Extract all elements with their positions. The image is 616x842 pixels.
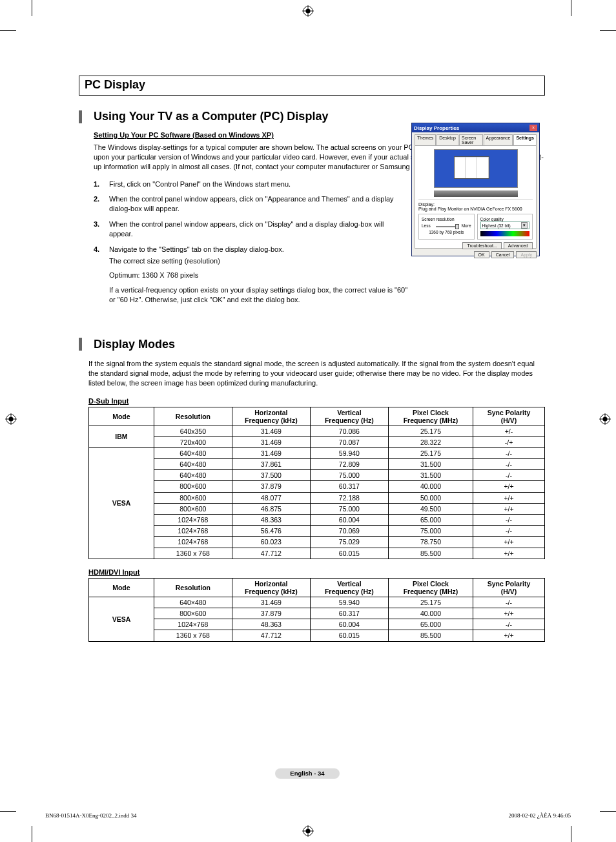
step-number: 4. [94, 245, 109, 307]
data-cell: 37.500 [232, 470, 310, 481]
data-cell: 800×600 [154, 481, 232, 492]
data-cell: 56.476 [232, 526, 310, 537]
data-cell: +/+ [473, 537, 545, 548]
data-cell: 800×600 [154, 608, 232, 619]
data-cell: 25.175 [388, 597, 473, 608]
data-cell: 65.000 [388, 515, 473, 526]
hdmi-table: ModeResolutionHorizontalFrequency (kHz)V… [88, 578, 545, 642]
tab-desktop[interactable]: Desktop [436, 134, 458, 145]
cancel-button[interactable]: Cancel [491, 251, 515, 258]
data-cell: 1024×768 [154, 515, 232, 526]
table-row: 1024×76856.47670.06975.000-/- [89, 526, 545, 537]
mode-cell: VESA [89, 597, 154, 641]
data-cell: 37.861 [232, 459, 310, 470]
col-header: VerticalFrequency (Hz) [310, 407, 388, 426]
table-row: 800×60046.87575.00049.500+/+ [89, 503, 545, 514]
step-text: The correct size setting (resolution) [109, 256, 408, 266]
quality-select[interactable]: Highest (32 bit) ▾ [480, 221, 530, 229]
footer-filename: BN68-01514A-X0Eng-0202_2.indd 34 [45, 812, 137, 819]
step-number: 2. [94, 194, 109, 216]
data-cell: 47.712 [232, 630, 310, 641]
page-number-badge: English - 34 [275, 768, 340, 779]
data-cell: 70.069 [310, 526, 388, 537]
data-cell: -/- [473, 597, 545, 608]
step-text: First, click on "Control Panel" on the W… [109, 180, 408, 189]
quality-label: Color quality [480, 217, 530, 221]
data-cell: 75.000 [310, 470, 388, 481]
chevron-down-icon[interactable]: ▾ [521, 222, 528, 229]
table-row: IBM640x35031.46970.08625.175+/- [89, 426, 545, 436]
table-row: 1024×76848.36360.00465.000-/- [89, 619, 545, 630]
data-cell: 640×480 [154, 597, 232, 608]
col-header: Sync Polarity(H/V) [473, 407, 545, 426]
data-cell: 31.469 [232, 426, 310, 436]
data-cell: 40.000 [388, 481, 473, 492]
less-label: Less [422, 223, 431, 228]
dialog-title: Display Properties [414, 125, 459, 131]
quality-value: Highest (32 bit) [482, 223, 511, 228]
data-cell: 59.940 [310, 597, 388, 608]
footer-timestamp: 2008-02-02 ¿ÀÈÄ 9:46:05 [509, 812, 571, 819]
data-cell: +/+ [473, 630, 545, 641]
data-cell: 1024×768 [154, 537, 232, 548]
data-cell: +/+ [473, 548, 545, 559]
data-cell: +/+ [473, 481, 545, 492]
tab-screensaver[interactable]: Screen Saver [459, 134, 483, 145]
data-cell: 640×480 [154, 459, 232, 470]
table-label: D-Sub Input [88, 397, 545, 405]
mode-cell: VESA [89, 447, 154, 559]
mode-cell: IBM [89, 426, 154, 447]
data-cell: 31.469 [232, 436, 310, 447]
data-cell: 60.004 [310, 515, 388, 526]
step-text: When the control panel window appears, c… [109, 194, 408, 214]
tab-themes[interactable]: Themes [415, 134, 436, 145]
col-header: Mode [89, 578, 154, 597]
col-header: Pixel ClockFrequency (MHz) [388, 407, 473, 426]
tab-appearance[interactable]: Appearance [484, 134, 513, 145]
advanced-button[interactable]: Advanced [504, 242, 533, 249]
troubleshoot-button[interactable]: Troubleshoot... [462, 242, 501, 249]
data-cell: 640×480 [154, 447, 232, 458]
data-cell: +/- [473, 426, 545, 436]
tab-settings[interactable]: Settings [513, 134, 537, 145]
table-row: VESA640×48031.46959.94025.175-/- [89, 447, 545, 458]
data-cell: -/- [473, 526, 545, 537]
data-cell: 800×600 [154, 492, 232, 503]
data-cell: +/+ [473, 492, 545, 503]
col-header: Sync Polarity(H/V) [473, 578, 545, 597]
step: 3. When the control panel window appears… [94, 220, 408, 241]
data-cell: 28.322 [388, 436, 473, 447]
table-row: 800×60037.87960.31740.000+/+ [89, 481, 545, 492]
table-row: 1024×76860.02375.02978.750+/+ [89, 537, 545, 548]
col-header: Mode [89, 407, 154, 426]
data-cell: 65.000 [388, 619, 473, 630]
data-cell: -/- [473, 515, 545, 526]
table-row: 640×48037.86172.80931.500-/- [89, 459, 545, 470]
data-cell: 49.500 [388, 503, 473, 514]
apply-button[interactable]: Apply [516, 251, 537, 258]
data-cell: +/+ [473, 608, 545, 619]
vertical-bar-icon [79, 338, 82, 351]
data-cell: 720x400 [154, 436, 232, 447]
more-label: More [462, 223, 471, 228]
resolution-slider[interactable] [436, 226, 457, 227]
resolution-value: 1360 by 768 pixels [422, 230, 471, 234]
data-cell: 1360 x 768 [154, 630, 232, 641]
col-header: HorizontalFrequency (kHz) [232, 578, 310, 597]
monitor-preview [434, 149, 518, 188]
data-cell: 47.712 [232, 548, 310, 559]
data-cell: 70.086 [310, 426, 388, 436]
data-cell: 25.175 [388, 447, 473, 458]
ok-button[interactable]: OK [474, 251, 489, 258]
table-row: 720x40031.46970.08728.322-/+ [89, 436, 545, 447]
section-title-box: PC Display [79, 76, 545, 96]
close-icon[interactable]: × [529, 125, 537, 131]
col-header: Resolution [154, 407, 232, 426]
step-text: Navigate to the "Settings" tab on the di… [109, 245, 408, 254]
data-cell: 1024×768 [154, 526, 232, 537]
data-cell: 48.363 [232, 515, 310, 526]
data-cell: 60.317 [310, 481, 388, 492]
data-cell: 60.015 [310, 630, 388, 641]
table-row: 640×48037.50075.00031.500-/- [89, 470, 545, 481]
subsection-title: Using Your TV as a Computer (PC) Display [94, 110, 328, 123]
